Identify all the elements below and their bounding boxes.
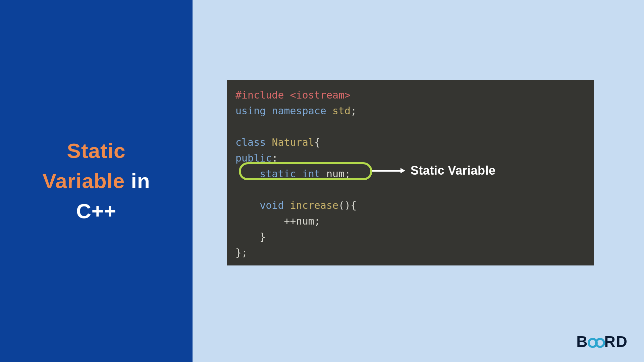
code-semi-1: ; [351,105,357,117]
code-class-close: }; [235,247,248,258]
code-class-name: Natural [272,136,314,148]
right-content-panel: #include <iostream> using namespace std;… [193,0,644,362]
code-incr: ++num; [235,215,320,227]
arrow-icon [372,170,405,172]
code-func-open: (){ [338,199,357,211]
code-using-namespace: using namespace [235,105,332,117]
slide: Static Variable in C++ #include <iostrea… [0,0,644,362]
code-brace-open-1: { [314,136,320,148]
highlight-static-variable [239,162,372,180]
left-title-panel: Static Variable in C++ [0,0,193,362]
title-word-variable: Variable [42,169,125,192]
title-word-cpp: C++ [76,199,116,223]
code-include-directive: #include [235,89,290,101]
infinity-icon [588,338,605,348]
code-std: std [332,105,351,117]
code-void-kw: void [235,199,290,211]
code-class-kw: class [235,136,272,148]
arrow-head [400,168,405,173]
brand-text-post: RD [604,333,628,351]
brand-logo: B RD [576,333,628,351]
title-word-static: Static [67,139,126,162]
title-word-in: in [125,169,150,192]
callout-label: Static Variable [411,164,496,178]
code-include-header: <iostream> [290,89,351,101]
code-func-name: increase [290,199,339,211]
slide-title: Static Variable in C++ [42,136,150,226]
arrow-line [372,170,401,172]
code-func-close: } [235,231,266,243]
brand-text-pre: B [576,333,588,351]
